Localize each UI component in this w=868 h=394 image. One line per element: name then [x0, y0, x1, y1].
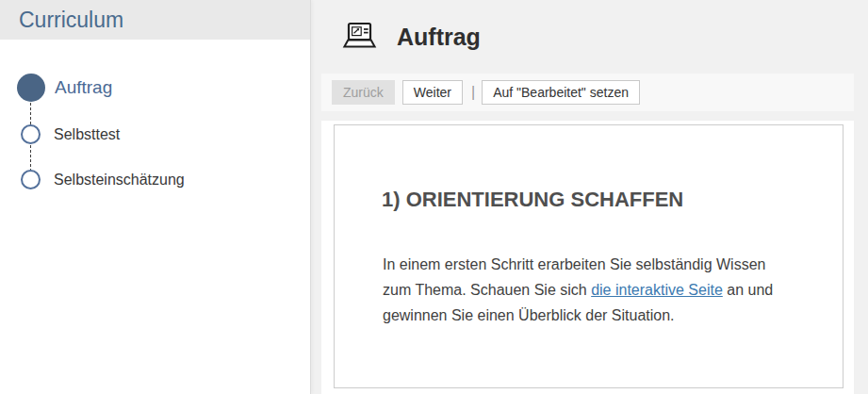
main-content-area: Auftrag Zurück Weiter | Auf "Bearbeitet"… [321, 0, 854, 394]
step-label: Selbsttest [54, 126, 120, 143]
lesson-content-box: 1) ORIENTIERUNG SCHAFFEN In einem ersten… [334, 124, 843, 388]
page-header: Auftrag [321, 0, 854, 74]
curriculum-sidebar: Curriculum Auftrag Selbsttest Selbsteins… [0, 0, 311, 394]
sidebar-item-selbsteinschaetzung[interactable]: Selbsteinschätzung [0, 170, 310, 189]
next-button[interactable]: Weiter [402, 80, 463, 105]
page-title: Auftrag [397, 24, 481, 51]
sidebar-title: Curriculum [0, 0, 310, 40]
lesson-heading: 1) ORIENTIERUNG SCHAFFEN [382, 188, 814, 212]
mark-edited-button[interactable]: Auf "Bearbeitet" setzen [482, 80, 640, 105]
lesson-paragraph: In einem ersten Schritt erarbeiten Sie s… [383, 252, 790, 328]
sidebar-item-auftrag[interactable]: Auftrag [0, 74, 310, 102]
navigation-toolbar: Zurück Weiter | Auf "Bearbeitet" setzen [321, 74, 854, 111]
step-label: Auftrag [55, 77, 112, 98]
step-circle-filled-icon [17, 74, 45, 102]
curriculum-page: { "sidebar": { "title": "Curriculum", "s… [0, 0, 868, 394]
interactive-page-link[interactable]: die interaktive Seite [591, 282, 723, 298]
content-panel: 1) ORIENTIERUNG SCHAFFEN In einem ersten… [321, 121, 854, 394]
step-circle-outline-icon [21, 124, 41, 144]
step-circle-outline-icon [21, 170, 41, 189]
back-button[interactable]: Zurück [332, 80, 395, 105]
step-label: Selbsteinschätzung [54, 172, 185, 189]
sidebar-item-selbsttest[interactable]: Selbsttest [0, 124, 310, 144]
toolbar-separator: | [471, 84, 475, 101]
laptop-chart-icon [342, 22, 377, 52]
curriculum-stepper: Auftrag Selbsttest Selbsteinschätzung [0, 74, 310, 189]
